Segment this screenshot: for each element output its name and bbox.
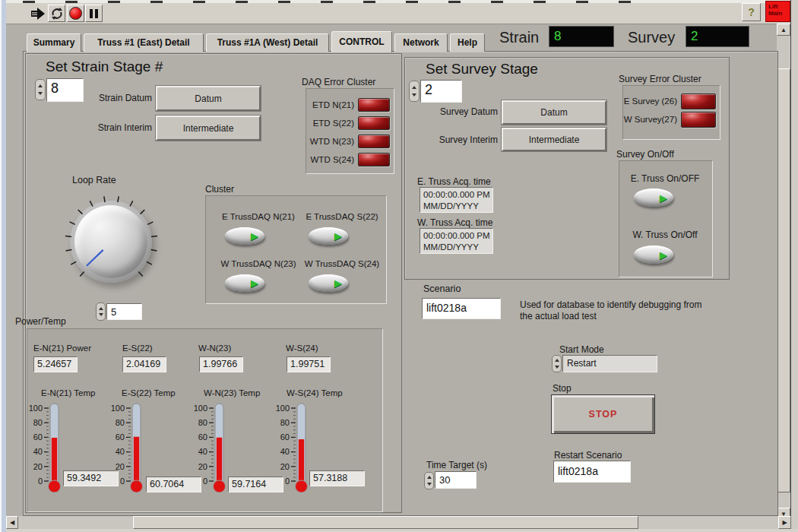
loop-rate-spinner[interactable] [96,302,106,321]
stop-button[interactable]: STOP [551,394,655,434]
loop-rate-knob[interactable] [74,205,147,278]
vertical-scroll-thumb[interactable] [777,68,790,492]
svg-text:20: 20 [198,462,207,471]
cluster-item-label: E TrussDAQ N(21) [214,212,303,221]
daq-error-led-indicator [358,153,390,166]
horizontal-scroll-thumb[interactable] [133,516,638,529]
temp-label: E-N(21) Temp [41,388,95,397]
svg-text:60: 60 [33,432,43,442]
strain-interim-label: Strain Interim [91,122,152,133]
power-label: W-N(23) [198,344,231,353]
strain-interim-button[interactable]: Intermediate [156,116,261,141]
continuous-run-icon [50,7,64,21]
daq-error-row: ETD S(22) [306,114,394,132]
scenario-label: Scenario [423,283,461,294]
survey-error-cluster-label: Survey Error Cluster [619,74,701,84]
daq-error-row: WTD N(23) [306,132,394,150]
run-arrow-icon [30,7,46,21]
tab-truss-1-east-detail[interactable]: Truss #1 (East) Detail [84,33,204,52]
switch-e-truss-on-off[interactable]: ▶ [634,188,673,207]
w-truss-acq-time-label: W. Truss Acq. time [417,217,492,228]
switch-w-trussdaq-n-23[interactable]: ▶ [225,274,264,292]
svg-text:0: 0 [120,477,125,486]
increment-icon[interactable] [427,476,432,479]
e-truss-acq-time-label: E. Truss Acq. time [417,176,491,187]
scenario-note: Used for database to identify debugging … [520,299,711,322]
tab-help[interactable]: Help [450,33,485,52]
survey-stage-input[interactable]: 2 [420,80,462,103]
time-target-input[interactable]: 30 [435,471,477,489]
pause-button[interactable] [85,5,103,22]
svg-text:100: 100 [111,404,125,413]
decrement-icon[interactable] [412,93,416,97]
run-button[interactable] [29,5,46,22]
desktop-edge-strip [0,0,6,532]
abort-button[interactable] [67,5,84,22]
survey-panel-title: Set Survey Stage [426,61,538,78]
switch-arrow-icon: ▶ [251,278,258,288]
cluster-label: Cluster [205,184,234,195]
svg-text:80: 80 [116,418,125,427]
corner-window-label[interactable]: Lift Main [765,1,790,22]
survey-interim-button[interactable]: Intermediate [502,128,606,151]
increment-icon[interactable] [99,307,103,310]
restart-scenario-input[interactable]: lift0218a [553,461,631,483]
window-bottom-edge [6,529,798,532]
decrement-icon[interactable] [427,483,432,486]
temp-label: E-S(22) Temp [122,388,176,397]
decrement-icon[interactable] [38,92,43,95]
scroll-left-button[interactable]: ◀ [6,516,18,529]
tab-truss-1a-west-detail[interactable]: Truss #1A (West) Detail [206,33,329,52]
scroll-right-button[interactable]: ▶ [778,516,791,529]
daq-error-cluster: ETD N(21)ETD S(22)WTD N(23)WTD S(24) [306,88,394,174]
increment-icon[interactable] [38,84,43,87]
switch-w-truss-on-off[interactable]: ▶ [634,245,673,264]
scenario-input[interactable]: lift0218a [422,298,501,319]
cluster-item-label: W TrussDAQ N(23) [214,259,303,268]
run-continuously-button[interactable] [48,5,65,22]
tab-control[interactable]: CONTROL [331,31,392,52]
time-target-label: Time Target (s) [426,460,487,470]
increment-icon[interactable] [412,86,416,89]
svg-text:40: 40 [116,447,125,456]
svg-text:20: 20 [116,462,125,471]
strain-stage-input[interactable]: 8 [46,78,84,102]
loop-rate-input[interactable]: 5 [106,303,142,320]
daq-error-row: WTD S(24) [306,150,394,169]
survey-stage-spinner[interactable] [409,81,420,102]
survey-header-label: Survey [628,29,675,46]
decrement-icon[interactable] [99,313,103,316]
scroll-up-button[interactable]: ▲ [777,24,790,36]
vertical-scrollbar: ▲ ▼ [777,24,790,520]
help-button[interactable]: ? [742,3,761,21]
strain-stage-display: 8 [549,26,614,47]
survey-datum-button[interactable]: Datum [502,100,606,125]
svg-text:20: 20 [33,462,43,471]
strain-datum-button[interactable]: Datum [156,86,261,111]
svg-text:100: 100 [276,404,290,413]
svg-text:20: 20 [280,462,290,471]
switch-e-trussdaq-n-21[interactable]: ▶ [225,227,264,245]
svg-text:60: 60 [280,432,290,442]
start-mode-spinner[interactable] [552,355,562,372]
decrement-icon[interactable] [555,366,559,369]
switch-w-trussdaq-s-24[interactable]: ▶ [309,274,348,292]
strain-stage-spinner[interactable] [35,79,46,100]
w-truss-acq-time-display: 00:00:00.000 PM MM/DD/YYYY [420,228,493,254]
survey-datum-label: Survey Datum [437,106,498,117]
time-target-spinner[interactable] [424,472,434,489]
switch-arrow-icon: ▶ [660,250,667,260]
survey-error-row: W Survey(27) [623,110,720,128]
acq-date-value: MM/DD/YYYY [423,201,492,212]
switch-e-trussdaq-s-22[interactable]: ▶ [309,227,348,245]
start-mode-select[interactable]: Restart [562,355,657,372]
labview-front-panel: ? Lift Main ▲ ▼ ◀ ▶ SummaryTruss #1 (Eas… [0,0,798,532]
tab-network[interactable]: Network [394,33,448,52]
increment-icon[interactable] [555,359,559,362]
temp-value-display: 57.3188 [309,470,365,486]
tab-summary[interactable]: Summary [27,33,81,52]
e-truss-acq-time-display: 00:00:00.000 PM MM/DD/YYYY [420,187,493,213]
daq-error-label: WTD N(23) [310,137,354,146]
acq-time-value: 00:00:00.000 PM [423,230,492,242]
survey-stage-display: 2 [686,26,749,47]
